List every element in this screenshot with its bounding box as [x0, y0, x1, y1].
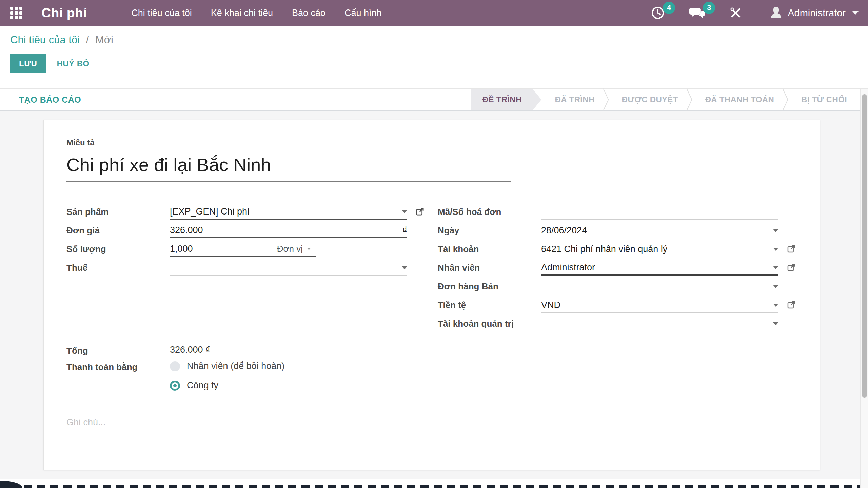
- quantity-label: Số lượng: [66, 242, 170, 255]
- sale-order-dropdown-caret-icon[interactable]: [773, 285, 778, 288]
- analytic-account-field[interactable]: [541, 316, 778, 331]
- vertical-scrollbar-thumb[interactable]: [862, 94, 867, 398]
- payment-option-employee-label: Nhân viên (để bồi hoàn): [187, 361, 284, 371]
- field-row-date: Ngày 28/06/2024: [438, 223, 796, 242]
- content-area: Miêu tả Sản phẩm [EXP_GEN] Chi phí: [0, 111, 868, 479]
- field-row-sale-order: Đơn hàng Bán: [438, 279, 796, 298]
- currency-symbol: ₫: [402, 225, 407, 236]
- product-value[interactable]: [EXP_GEN] Chi phí: [170, 206, 250, 217]
- description-input[interactable]: [66, 152, 511, 182]
- date-value[interactable]: 28/06/2024: [541, 225, 587, 236]
- avatar: [769, 5, 783, 20]
- sale-order-field[interactable]: [541, 279, 778, 294]
- account-value[interactable]: 6421 Chi phí nhân viên quản lý: [541, 244, 667, 255]
- unit-of-measure-label: Đơn vị: [277, 244, 303, 254]
- date-field[interactable]: 28/06/2024: [541, 223, 778, 238]
- step-approved[interactable]: ĐƯỢC DUYỆT: [608, 89, 692, 110]
- messages-button[interactable]: 3: [689, 6, 705, 20]
- employee-value[interactable]: Administrator: [541, 262, 595, 273]
- account-external-link-icon[interactable]: [787, 244, 796, 253]
- employee-label: Nhân viên: [438, 260, 541, 273]
- employee-external-link-icon[interactable]: [787, 263, 796, 272]
- menu-item-expense-reports[interactable]: Kê khai chi tiêu: [204, 4, 280, 22]
- bill-reference-input[interactable]: [541, 207, 778, 217]
- quantity-field[interactable]: Đơn vị: [170, 242, 316, 257]
- user-name: Administrator: [788, 7, 846, 19]
- currency-label: Tiền tệ: [438, 298, 541, 310]
- payment-option-company[interactable]: Công ty: [170, 380, 284, 391]
- discard-button[interactable]: HUỶ BỎ: [53, 54, 93, 73]
- payment-option-company-label: Công ty: [187, 380, 218, 391]
- step-to-submit[interactable]: ĐỀ TRÌNH: [471, 89, 541, 110]
- save-button[interactable]: LƯU: [10, 54, 46, 73]
- total-value: 326.000 ₫: [170, 345, 210, 355]
- employee-field[interactable]: Administrator: [541, 260, 778, 276]
- messages-badge: 3: [703, 2, 715, 14]
- menu-item-configuration[interactable]: Cấu hình: [337, 4, 389, 22]
- user-menu[interactable]: Administrator: [769, 5, 859, 20]
- activities-button[interactable]: 4: [651, 6, 665, 20]
- systray: 4 3 Administrator: [651, 5, 859, 20]
- field-row-unit-price: Đơn giá ₫: [66, 223, 438, 242]
- unit-price-label: Đơn giá: [66, 223, 170, 236]
- field-row-currency: Tiền tệ VND: [438, 298, 796, 316]
- radio-selected-icon[interactable]: [170, 381, 180, 391]
- product-dropdown-caret-icon[interactable]: [402, 210, 407, 213]
- taxes-label: Thuế: [66, 260, 170, 273]
- notes-input[interactable]: [66, 417, 400, 446]
- vertical-scrollbar-track[interactable]: [860, 89, 868, 488]
- breadcrumb-parent[interactable]: Chi tiêu của tôi: [10, 34, 80, 46]
- currency-value[interactable]: VND: [541, 300, 560, 310]
- breadcrumb-separator: /: [86, 34, 89, 46]
- taxes-dropdown-caret-icon[interactable]: [402, 266, 407, 269]
- apps-menu-icon[interactable]: [10, 7, 22, 19]
- field-row-account: Tài khoản 6421 Chi phí nhân viên quản lý: [438, 242, 796, 260]
- bill-reference-label: Mã/Số hoá đơn: [438, 204, 541, 217]
- unit-dropdown-caret-icon: [307, 248, 311, 250]
- date-dropdown-caret-icon[interactable]: [773, 229, 778, 232]
- analytic-account-label: Tài khoản quản trị: [438, 316, 541, 329]
- employee-dropdown-caret-icon[interactable]: [773, 266, 778, 269]
- bill-reference-field[interactable]: [541, 204, 778, 220]
- product-external-link-icon[interactable]: [415, 207, 425, 216]
- form-sheet: Miêu tả Sản phẩm [EXP_GEN] Chi phí: [43, 120, 820, 470]
- field-row-taxes: Thuế: [66, 260, 438, 279]
- menu-item-reporting[interactable]: Báo cáo: [285, 4, 333, 22]
- quantity-input[interactable]: [170, 244, 238, 254]
- currency-external-link-icon[interactable]: [787, 300, 796, 309]
- tools-icon: [729, 6, 742, 19]
- account-label: Tài khoản: [438, 242, 541, 255]
- field-row-quantity: Số lượng Đơn vị: [66, 242, 438, 260]
- left-column: Sản phẩm [EXP_GEN] Chi phí Đơn: [66, 204, 438, 335]
- step-refused[interactable]: BỊ TỪ CHỐI: [788, 89, 861, 110]
- payment-row: Thanh toán bằng Nhân viên (để bồi hoàn) …: [66, 361, 284, 400]
- total-row: Tổng 326.000 ₫: [66, 345, 284, 356]
- field-row-employee: Nhân viên Administrator: [438, 260, 796, 279]
- step-submitted[interactable]: ĐÃ TRÌNH: [541, 89, 608, 110]
- create-report-button[interactable]: TẠO BÁO CÁO: [19, 95, 81, 105]
- taxes-field[interactable]: [170, 260, 407, 276]
- unit-price-field[interactable]: ₫: [170, 223, 407, 238]
- main-menu: Chi tiêu của tôi Kê khai chi tiêu Báo cá…: [124, 4, 389, 22]
- description-label: Miêu tả: [66, 138, 511, 147]
- debug-tools-button[interactable]: [729, 6, 742, 19]
- step-paid[interactable]: ĐÃ THANH TOÁN: [692, 89, 788, 110]
- totals-block: Tổng 326.000 ₫ Thanh toán bằng Nhân viên…: [66, 345, 284, 404]
- analytic-account-dropdown-caret-icon[interactable]: [773, 322, 778, 325]
- right-column: Mã/Số hoá đơn Ngày 28/06/2024 Tài khoản: [438, 204, 796, 335]
- menu-item-my-expenses[interactable]: Chi tiêu của tôi: [124, 4, 199, 22]
- account-field[interactable]: 6421 Chi phí nhân viên quản lý: [541, 242, 778, 257]
- breadcrumb-current: Mới: [95, 34, 113, 46]
- payment-option-employee[interactable]: Nhân viên (để bồi hoàn): [170, 361, 284, 371]
- activities-badge: 4: [663, 2, 675, 14]
- account-dropdown-caret-icon[interactable]: [773, 248, 778, 251]
- currency-dropdown-caret-icon[interactable]: [773, 304, 778, 307]
- status-stepper: ĐỀ TRÌNH ĐÃ TRÌNH ĐƯỢC DUYỆT ĐÃ THANH TO…: [471, 89, 861, 110]
- unit-of-measure-select[interactable]: Đơn vị: [277, 244, 316, 254]
- form-action-buttons: LƯU HUỶ BỎ: [10, 54, 868, 73]
- product-label: Sản phẩm: [66, 204, 170, 217]
- product-field[interactable]: [EXP_GEN] Chi phí: [170, 204, 407, 220]
- unit-price-input[interactable]: [170, 225, 353, 236]
- currency-field[interactable]: VND: [541, 298, 778, 313]
- radio-unselected-icon[interactable]: [170, 361, 180, 371]
